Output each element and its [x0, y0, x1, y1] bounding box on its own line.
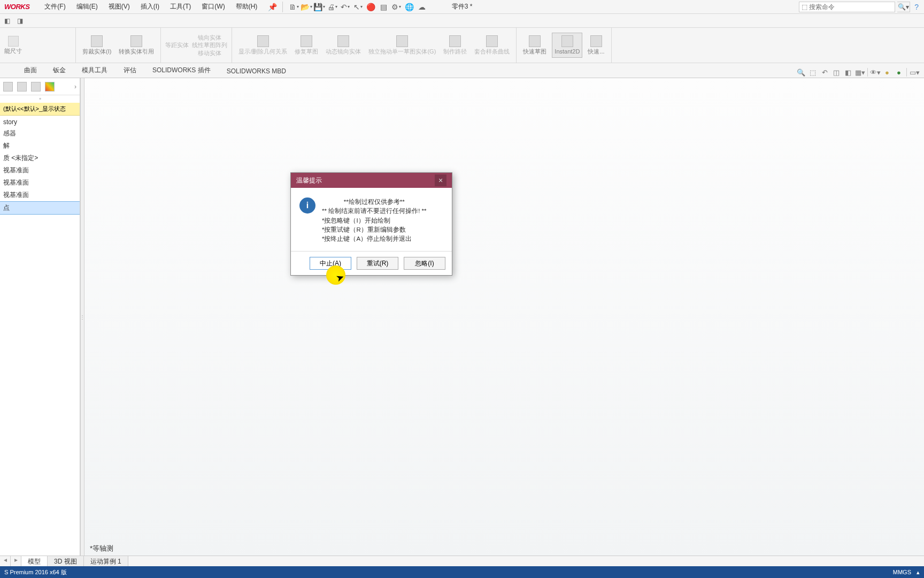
menu-insert[interactable]: 插入(I) [135, 0, 165, 13]
hide-show-icon[interactable]: 👁▾ [870, 67, 881, 78]
zoom-fit-icon[interactable]: 🔍 [796, 67, 806, 78]
panel-handle[interactable]: ∘ [0, 95, 80, 103]
dyn-mirror-icon [337, 35, 349, 47]
select-icon[interactable]: ↖ [352, 2, 363, 12]
appearance-icon[interactable]: ● [882, 67, 892, 78]
units-label[interactable]: MMGS [893, 569, 911, 575]
tree-node[interactable]: 质 <未指定> [0, 152, 80, 164]
ribbon-group-relations: 显示/删除几何关系 修复草图 动态镜向实体 独立拖动单一草图实体(G) 制作路径… [232, 28, 517, 63]
tab-scroll-right-icon[interactable]: ▸ [11, 556, 21, 566]
point-tool-icon[interactable] [37, 51, 48, 61]
tab-evaluate[interactable]: 评估 [116, 62, 144, 78]
rebuild-icon[interactable]: 🔴 [365, 2, 376, 12]
cloud-icon[interactable]: ☁ [417, 2, 427, 12]
search-icon[interactable]: 🔍▾ [897, 2, 910, 12]
move-label: 移动实体 [192, 50, 227, 56]
tree-node[interactable]: 解 [0, 140, 80, 152]
document-title: 零件3 * [452, 2, 473, 11]
display-style-icon[interactable]: ◧ [843, 67, 853, 78]
instant2d-label: Instant2D [555, 48, 580, 55]
pin-icon[interactable]: 📌 [266, 3, 279, 11]
rapid-icon[interactable] [590, 35, 602, 47]
chamfer-tool-icon[interactable] [60, 51, 71, 61]
line-tool-icon[interactable] [25, 30, 36, 40]
tree-node[interactable]: 感器 [0, 127, 80, 140]
ellipse-tool-icon[interactable] [49, 41, 59, 50]
rect-tool-icon[interactable] [60, 30, 71, 40]
menu-window[interactable]: 窗口(W) [196, 0, 230, 13]
menu-file[interactable]: 文件(F) [39, 0, 71, 13]
circle-tool-icon[interactable] [37, 30, 48, 40]
print-icon[interactable]: 🖨 [327, 2, 337, 12]
expand-icon[interactable]: › [74, 83, 76, 90]
save-icon[interactable]: 💾 [314, 2, 325, 12]
orientation-icon[interactable]: ▦▾ [854, 67, 865, 78]
property-manager-icon[interactable] [17, 82, 27, 92]
new-icon[interactable]: 🗎 [288, 2, 299, 12]
tab-motion[interactable]: 运动算例 1 [84, 556, 128, 566]
tool-icon-1[interactable]: ◧ [2, 16, 12, 26]
tab-sheetmetal[interactable]: 钣金 [45, 62, 74, 78]
config-manager-icon[interactable] [31, 82, 41, 92]
instant2d-icon[interactable] [561, 35, 573, 47]
close-icon[interactable]: × [435, 174, 446, 186]
tab-surface[interactable]: 曲面 [16, 62, 45, 78]
undo-icon[interactable]: ↶ [340, 2, 350, 12]
prev-view-icon[interactable]: ↶ [819, 67, 830, 78]
viewport-icon[interactable]: ▭▾ [909, 67, 920, 78]
arc-tool-icon[interactable] [25, 41, 36, 50]
search-input[interactable] [809, 3, 895, 11]
open-icon[interactable]: 📂 [301, 2, 312, 12]
web-icon[interactable]: 🌐 [404, 2, 414, 12]
menu-tools[interactable]: 工具(T) [165, 0, 196, 13]
smart-dimension-icon[interactable] [8, 36, 19, 47]
search-hint-icon: ⬚ [799, 3, 809, 11]
menu-edit[interactable]: 编辑(E) [71, 0, 103, 13]
tab-model[interactable]: 模型 [21, 556, 48, 566]
help-icon[interactable]: ? [912, 3, 921, 11]
polygon-tool-icon[interactable] [37, 41, 48, 50]
tree-node[interactable]: story [0, 117, 80, 127]
display-manager-icon[interactable] [45, 82, 55, 92]
tool-icon-2[interactable]: ◨ [15, 16, 25, 26]
fillet-tool-icon[interactable] [25, 51, 36, 61]
display-state[interactable]: (默认<<默认>_显示状态 [0, 103, 80, 116]
tree-node-origin[interactable]: 点 [0, 201, 80, 215]
ribbon-group-edit: 剪裁实体(I) 转换实体引用 [76, 28, 161, 63]
status-menu-icon[interactable]: ▴ [917, 569, 920, 576]
tree-node[interactable]: 视基准面 [0, 164, 80, 177]
menu-help[interactable]: 帮助(H) [230, 0, 263, 13]
options-list-icon[interactable]: ▤ [378, 2, 389, 12]
tab-3dview[interactable]: 3D 视图 [48, 556, 84, 566]
tab-scroll-left-icon[interactable]: ◂ [0, 556, 11, 566]
abort-button[interactable]: 中止(A) [310, 257, 351, 270]
slot-tool-icon[interactable] [49, 51, 59, 61]
section-view-icon[interactable]: ◫ [831, 67, 842, 78]
search-box[interactable]: ⬚ [799, 2, 895, 12]
zoom-area-icon[interactable]: ⬚ [807, 67, 818, 78]
settings-icon[interactable]: ⚙ [391, 2, 402, 12]
panel-resize-handle[interactable] [80, 78, 84, 556]
dialog-titlebar[interactable]: 温馨提示 × [291, 173, 452, 188]
feature-manager-icon[interactable] [3, 82, 13, 92]
divider [282, 2, 283, 12]
scene-icon[interactable]: ● [894, 67, 904, 78]
fit-spline-icon [486, 35, 498, 47]
menu-view[interactable]: 视图(V) [103, 0, 135, 13]
tab-addins[interactable]: SOLIDWORKS 插件 [144, 62, 219, 78]
tree-node[interactable]: 视基准面 [0, 177, 80, 189]
tree-node[interactable]: 视基准面 [0, 189, 80, 201]
trim-icon[interactable] [91, 35, 103, 47]
retry-button[interactable]: 重试(R) [357, 257, 398, 270]
rapid-sketch-icon[interactable] [529, 35, 541, 47]
text-tool-icon[interactable] [60, 41, 71, 50]
dialog-line: ** 绘制结束前请不要进行任何操作! ** [322, 207, 427, 216]
tab-mbd[interactable]: SOLIDWORKS MBD [219, 64, 294, 78]
ignore-button[interactable]: 忽略(I) [404, 257, 445, 270]
menu-bar: 文件(F) 编辑(E) 视图(V) 插入(I) 工具(T) 窗口(W) 帮助(H… [39, 0, 263, 13]
convert-icon[interactable] [130, 35, 142, 47]
tab-mold[interactable]: 模具工具 [74, 62, 116, 78]
spline-tool-icon[interactable] [49, 30, 59, 40]
tab-features[interactable] [0, 71, 16, 78]
graphics-viewport[interactable]: *等轴测 [84, 78, 924, 556]
